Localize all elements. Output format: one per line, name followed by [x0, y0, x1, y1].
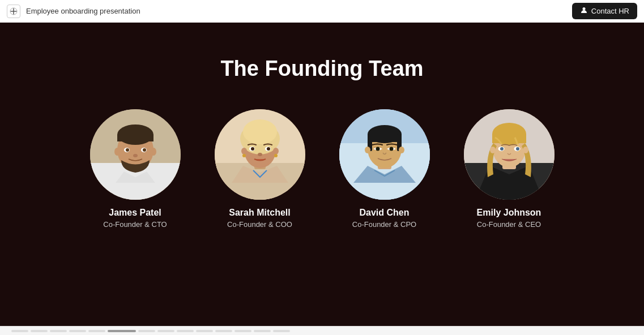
person-icon [580, 6, 588, 16]
svg-point-9 [114, 148, 120, 156]
svg-point-13 [126, 148, 129, 152]
svg-point-42 [376, 147, 379, 151]
team-member-james: James Patel Co-Founder & CTO [90, 109, 181, 229]
nav-dot-14[interactable] [273, 330, 290, 332]
svg-point-41 [399, 147, 404, 153]
avatar-david [339, 109, 430, 200]
member-role-emily: Co-Founder & CEO [477, 220, 541, 229]
nav-dot-8[interactable] [157, 330, 174, 332]
svg-rect-8 [117, 135, 153, 141]
nav-dot-10[interactable] [196, 330, 213, 332]
svg-point-28 [251, 147, 254, 151]
nav-dot-12[interactable] [234, 330, 251, 332]
svg-point-51 [523, 147, 528, 153]
svg-point-55 [516, 147, 519, 151]
svg-point-14 [143, 148, 146, 152]
avatar-james-image [90, 109, 181, 200]
avatar-emily [464, 109, 555, 200]
nav-dot-7[interactable] [138, 330, 155, 332]
add-icon[interactable] [7, 5, 20, 18]
svg-point-54 [500, 147, 504, 151]
member-role-david: Co-Founder & CPO [352, 220, 416, 229]
svg-point-22 [241, 148, 247, 154]
nav-dot-9[interactable] [177, 330, 194, 332]
nav-dot-11[interactable] [215, 330, 232, 332]
svg-point-23 [273, 148, 279, 154]
bottom-navigation [0, 326, 644, 335]
presentation-title: Employee onboarding presentation [26, 7, 140, 15]
contact-hr-button[interactable]: Contact HR [572, 3, 637, 19]
avatar-emily-image [464, 109, 555, 200]
team-member-david: David Chen Co-Founder & CPO [339, 109, 430, 229]
team-member-sarah: Sarah Mitchell Co-Founder & COO [215, 109, 305, 229]
svg-point-30 [258, 153, 262, 156]
member-role-james: Co-Founder & CTO [103, 220, 167, 229]
svg-rect-37 [368, 134, 402, 142]
member-role-sarah: Co-Founder & COO [227, 220, 292, 229]
nav-dot-3[interactable] [50, 330, 67, 332]
avatar-david-image [339, 109, 430, 200]
avatar-sarah-image [215, 109, 305, 200]
svg-point-21 [243, 119, 277, 144]
svg-point-10 [151, 148, 156, 156]
svg-point-40 [365, 147, 370, 153]
nav-dot-active[interactable] [108, 330, 136, 332]
avatar-sarah [215, 109, 305, 200]
svg-point-25 [274, 154, 278, 157]
contact-hr-label: Contact HR [591, 7, 629, 15]
member-name-james: James Patel [109, 208, 161, 218]
avatar-james [90, 109, 181, 200]
nav-dot-5[interactable] [88, 330, 105, 332]
topbar-left: Employee onboarding presentation [7, 5, 140, 18]
member-name-david: David Chen [359, 208, 409, 218]
team-member-emily: Emily Johnson Co-Founder & CEO [464, 109, 555, 229]
topbar: Employee onboarding presentation Contact… [0, 0, 644, 23]
svg-point-24 [242, 154, 246, 157]
section-title: The Founding Team [220, 57, 423, 81]
svg-point-15 [133, 154, 138, 157]
team-grid: James Patel Co-Founder & CTO [90, 109, 555, 229]
svg-point-43 [389, 147, 393, 151]
nav-dot-4[interactable] [69, 330, 86, 332]
svg-point-50 [490, 147, 496, 153]
svg-point-1 [582, 7, 585, 10]
nav-dot-2[interactable] [31, 330, 48, 332]
member-name-emily: Emily Johnson [477, 208, 541, 218]
svg-point-29 [267, 147, 270, 151]
presentation-area: The Founding Team [0, 23, 644, 335]
nav-dot-13[interactable] [254, 330, 271, 332]
nav-dot-1[interactable] [11, 330, 28, 332]
member-name-sarah: Sarah Mitchell [229, 208, 290, 218]
